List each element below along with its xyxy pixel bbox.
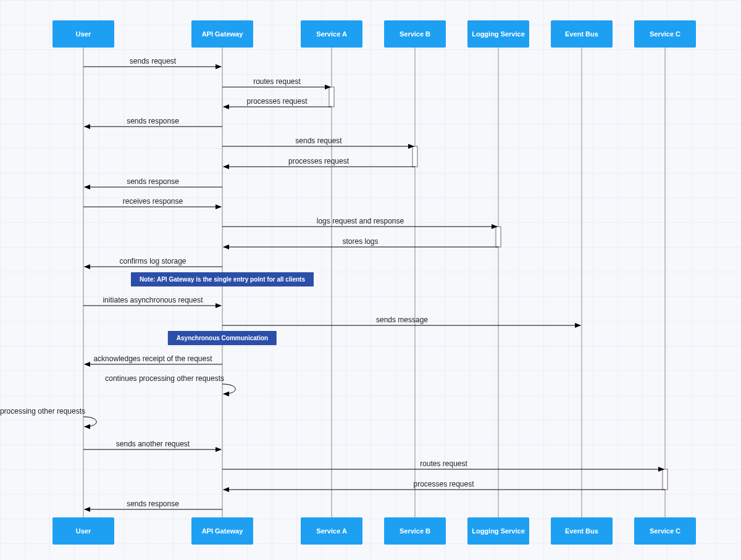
svg-rect-8 xyxy=(412,146,417,167)
sequence-diagram: sends requestroutes requestprocesses req… xyxy=(0,0,741,560)
message-label: sends message xyxy=(376,316,428,324)
participant-serviceB: Service B xyxy=(384,517,446,545)
participant-user: User xyxy=(52,517,114,545)
svg-rect-9 xyxy=(496,227,501,247)
message-label: sends response xyxy=(127,177,179,186)
message-label: processes request xyxy=(246,97,307,106)
message-label: continues processing other requests xyxy=(0,407,85,416)
svg-rect-10 xyxy=(663,469,668,490)
message-label: sends request xyxy=(295,136,341,145)
participant-serviceB: Service B xyxy=(384,20,446,48)
message-label: processes request xyxy=(288,157,349,165)
message-label: acknowledges receipt of the request xyxy=(93,354,212,363)
participant-user: User xyxy=(52,20,114,48)
message-label: processes request xyxy=(413,480,474,488)
svg-rect-7 xyxy=(329,87,334,107)
participant-serviceC: Service C xyxy=(634,20,696,48)
diagram-note: Note: API Gateway is the single entry po… xyxy=(131,272,314,286)
participant-gateway: API Gateway xyxy=(191,517,253,545)
message-label: sends response xyxy=(127,117,179,125)
participant-eventbus: Event Bus xyxy=(551,20,613,48)
message-label: logs request and response xyxy=(317,217,404,225)
message-label: initiates asynchronous request xyxy=(103,296,203,304)
participant-serviceC: Service C xyxy=(634,517,696,545)
participant-logging: Logging Service xyxy=(467,517,529,545)
participant-serviceA: Service A xyxy=(301,517,362,545)
diagram-note: Asynchronous Communication xyxy=(168,331,277,345)
message-label: sends another request xyxy=(116,440,190,448)
message-label: sends request xyxy=(130,57,176,65)
participant-logging: Logging Service xyxy=(467,20,529,48)
participant-eventbus: Event Bus xyxy=(551,517,613,545)
participant-gateway: API Gateway xyxy=(191,20,253,48)
participant-serviceA: Service A xyxy=(301,20,362,48)
message-label: continues processing other requests xyxy=(105,374,224,383)
message-label: receives response xyxy=(123,197,183,206)
message-label: sends response xyxy=(127,499,179,508)
message-label: routes request xyxy=(420,459,467,468)
message-label: routes request xyxy=(253,77,301,86)
message-label: confirms log storage xyxy=(119,257,186,265)
message-label: stores logs xyxy=(342,237,378,246)
